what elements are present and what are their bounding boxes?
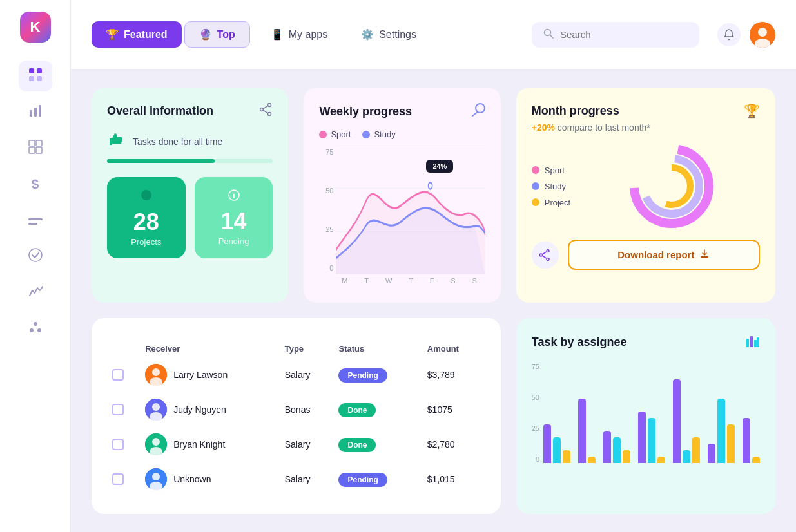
overall-title: Overall information [107, 104, 213, 118]
bar-group [673, 379, 700, 463]
my-apps-label: My apps [289, 29, 327, 41]
bar-purple [543, 424, 551, 463]
svg-point-30 [476, 104, 485, 113]
settings-icon: ⚙️ [361, 28, 374, 41]
svg-rect-58 [746, 339, 749, 347]
app-logo[interactable]: K [20, 12, 51, 43]
person-avatar [145, 364, 167, 386]
svg-point-35 [429, 183, 432, 189]
month-share-button[interactable] [532, 242, 559, 269]
person-name: Bryan Knight [173, 439, 225, 450]
download-label: Download report [617, 249, 694, 260]
svg-rect-8 [36, 140, 42, 146]
month-legend-project: Project [532, 198, 570, 207]
svg-point-23 [268, 113, 271, 116]
svg-point-13 [29, 249, 42, 261]
settings-button[interactable]: ⚙️ Settings [348, 22, 429, 47]
row-checkbox[interactable] [112, 473, 124, 485]
bar-group [743, 418, 760, 463]
featured-button[interactable]: 🏆 Featured [92, 21, 182, 48]
svg-point-24 [260, 108, 264, 111]
top-button[interactable]: 🔮 Top [184, 21, 250, 48]
svg-rect-11 [28, 218, 43, 220]
svg-rect-12 [28, 223, 37, 225]
progress-bar [107, 159, 273, 163]
weekly-title: Weekly progress [319, 105, 412, 119]
row-checkbox[interactable] [112, 439, 124, 450]
content-grid: Overall information Tasks done for all t… [71, 70, 796, 532]
pending-label: Pending [218, 236, 249, 246]
search-input[interactable] [560, 29, 688, 40]
bar-group [708, 399, 735, 463]
svg-line-43 [542, 251, 547, 254]
sidebar-item-check[interactable] [19, 241, 52, 272]
payment-amount: $1,015 [422, 462, 485, 497]
sidebar-item-table[interactable] [19, 133, 52, 164]
col-amount: Amount [422, 340, 485, 357]
chart-area: 24% [336, 146, 485, 274]
weekly-legend: Sport Study [319, 129, 485, 139]
assignee-chart-icon [746, 334, 760, 351]
status-badge: Pending [338, 473, 387, 487]
svg-rect-2 [29, 76, 34, 81]
bar-teal [683, 450, 690, 463]
assignee-y-labels: 75 50 25 0 [532, 360, 543, 476]
projects-count: 28 [133, 209, 159, 236]
nav-group: 🏆 Featured 🔮 Top [92, 21, 250, 48]
bar-yellow [563, 450, 570, 463]
svg-point-22 [268, 104, 271, 107]
featured-icon: 🏆 [106, 28, 119, 41]
projects-label: Projects [131, 237, 161, 247]
svg-point-56 [152, 473, 160, 480]
bar-yellow [623, 450, 630, 463]
search-bar[interactable] [532, 22, 699, 48]
table-card: Receiver Type Status Amount Larry Lawson… [92, 318, 501, 515]
projects-icon [140, 189, 153, 205]
svg-rect-45 [701, 256, 708, 258]
month-footer: Download report [532, 240, 760, 270]
person-avatar [145, 399, 167, 421]
sidebar-item-dollar[interactable]: $ [19, 169, 52, 200]
notification-bell[interactable] [717, 23, 741, 46]
sport-dot [319, 131, 327, 138]
sidebar: K $ [0, 0, 71, 532]
row-checkbox-cell[interactable] [107, 427, 140, 462]
svg-rect-5 [34, 108, 37, 117]
person-cell: Larry Lawson [145, 364, 275, 386]
month-title: Month progress [532, 104, 619, 118]
row-checkbox-cell[interactable] [107, 357, 140, 392]
sidebar-item-grid[interactable] [19, 61, 52, 91]
payment-status: Pending [333, 462, 422, 497]
payment-amount: $2,780 [422, 427, 485, 462]
assignee-title: Task by assignee [532, 336, 627, 349]
download-report-button[interactable]: Download report [568, 240, 760, 270]
info-icon: i [228, 189, 240, 204]
header: 🏆 Featured 🔮 Top 📱 My apps ⚙️ Settings [71, 0, 796, 70]
person-cell: Unknown [145, 468, 275, 490]
col-status: Status [333, 340, 422, 357]
user-avatar[interactable] [750, 22, 775, 48]
analytics-icon [28, 284, 43, 301]
svg-point-41 [547, 258, 549, 260]
svg-point-14 [30, 328, 34, 332]
row-checkbox-cell[interactable] [107, 392, 140, 427]
legend-study: Study [362, 129, 395, 139]
table-icon [28, 140, 43, 157]
sidebar-item-analytics[interactable] [19, 277, 52, 308]
overall-share-button[interactable] [260, 103, 273, 119]
sidebar-item-minus[interactable] [19, 205, 52, 236]
svg-line-18 [550, 35, 554, 38]
month-legend-study: Study [532, 182, 570, 191]
bar-yellow [588, 457, 596, 463]
row-checkbox[interactable] [112, 404, 124, 415]
row-checkbox-cell[interactable] [107, 462, 140, 497]
sidebar-item-dots[interactable] [19, 313, 52, 344]
minus-icon [28, 213, 43, 228]
row-checkbox[interactable] [112, 369, 124, 381]
my-apps-button[interactable]: 📱 My apps [258, 22, 340, 47]
sidebar-item-bar-chart[interactable] [19, 97, 52, 128]
logo-text: K [30, 19, 41, 35]
bar-group [603, 431, 630, 463]
svg-point-53 [152, 438, 160, 446]
payment-type: Salary [280, 357, 334, 392]
